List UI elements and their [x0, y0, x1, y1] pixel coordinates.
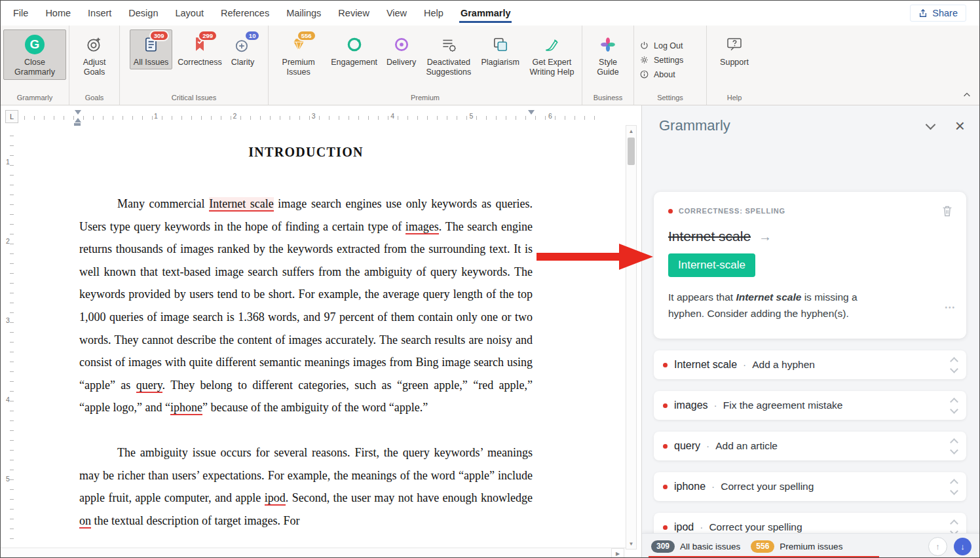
- info-icon: [639, 69, 649, 79]
- suggestion-card: CORRECTNESS: SPELLING Internet scale Int…: [654, 192, 966, 339]
- suggestion-row[interactable]: Internet scale Add a hyphen: [654, 350, 966, 379]
- error-dot: [663, 485, 668, 489]
- next-issue-button[interactable]: [954, 538, 971, 555]
- panel-dropdown-icon[interactable]: [924, 119, 938, 133]
- suggestion-word: iphone: [674, 481, 706, 493]
- share-button[interactable]: Share: [910, 5, 966, 22]
- vertical-ruler[interactable]: 12345: [1, 129, 22, 548]
- expand-icon[interactable]: [951, 480, 957, 494]
- flagged-word[interactable]: ipod: [265, 491, 286, 506]
- support-button[interactable]: Support: [716, 29, 753, 69]
- settings-button[interactable]: Settings: [639, 55, 701, 65]
- menu-tab-file[interactable]: File: [5, 1, 37, 25]
- flagged-word[interactable]: query: [136, 379, 162, 393]
- button-label: Premium Issues: [275, 58, 322, 78]
- menu-tab-mailings[interactable]: Mailings: [278, 1, 330, 25]
- suggestion-action: Fix the agreement mistake: [708, 400, 843, 411]
- menu-tab-design[interactable]: Design: [120, 1, 166, 25]
- previous-issue-button[interactable]: [928, 537, 947, 556]
- more-options-icon[interactable]: [945, 304, 956, 311]
- document-page[interactable]: INTRODUCTION Many commercial Internet sc…: [79, 129, 533, 532]
- scrollbar-thumb[interactable]: [628, 138, 635, 165]
- flagged-word[interactable]: on: [79, 514, 91, 529]
- menu-tab-grammarly[interactable]: Grammarly: [452, 1, 519, 25]
- delivery-button[interactable]: Delivery: [383, 29, 420, 69]
- close-grammarly-button[interactable]: Close Grammarly: [3, 29, 66, 80]
- first-line-indent-marker[interactable]: [75, 110, 81, 115]
- expand-icon[interactable]: [951, 439, 957, 453]
- correctness-button[interactable]: 299 Correctness: [174, 29, 225, 69]
- right-indent-marker[interactable]: [528, 110, 535, 115]
- hanging-indent-marker[interactable]: [75, 118, 81, 122]
- menu-tab-layout[interactable]: Layout: [166, 1, 212, 25]
- flagged-word[interactable]: Internet scale: [209, 197, 274, 212]
- document-heading: INTRODUCTION: [79, 145, 533, 160]
- horizontal-scrollbar[interactable]: ▶: [1, 548, 626, 558]
- collapse-ribbon-icon[interactable]: [961, 89, 973, 101]
- ribbon: Close Grammarly Grammarly Adjust Goals G…: [1, 26, 979, 105]
- premium-issues-button[interactable]: 556 Premium Issues: [271, 29, 326, 80]
- text-run: . Second, the user may not have enough k…: [286, 491, 533, 504]
- group-label: Premium: [404, 92, 446, 105]
- vertical-scrollbar[interactable]: ▲ ▼: [626, 125, 637, 549]
- explanation-text: It appears that: [668, 291, 736, 303]
- group-label: Business: [587, 92, 630, 105]
- scroll-right-icon[interactable]: ▶: [611, 548, 624, 558]
- logout-button[interactable]: Log Out: [639, 41, 701, 50]
- suggestion-row[interactable]: query Add an article: [654, 432, 966, 460]
- menu-tab-help[interactable]: Help: [415, 1, 452, 25]
- menu-tab-view[interactable]: View: [378, 1, 415, 25]
- basic-issues-badge: 309: [651, 540, 675, 553]
- engagement-button[interactable]: Engagement: [327, 29, 381, 69]
- explanation-emphasis: Internet scale: [736, 291, 801, 303]
- scroll-down-icon[interactable]: ▼: [626, 538, 636, 549]
- menu-tab-review[interactable]: Review: [330, 1, 378, 25]
- button-label: Style Guide: [589, 58, 627, 78]
- scroll-up-icon[interactable]: ▲: [626, 126, 636, 136]
- support-chat-icon: [726, 33, 743, 56]
- style-guide-button[interactable]: Style Guide: [585, 29, 631, 80]
- left-indent-marker[interactable]: [74, 123, 81, 126]
- menu-tab-home[interactable]: Home: [37, 1, 79, 25]
- word-window: File Home Insert Design Layout Reference…: [0, 0, 980, 558]
- paragraph-1[interactable]: Many commercial Internet scale image sea…: [79, 193, 533, 419]
- issue-count-badge: 10: [244, 30, 261, 41]
- panel-close-icon[interactable]: [955, 117, 965, 134]
- text-run: Many commercial: [117, 197, 209, 210]
- suggestion-row[interactable]: iphone Correct your spelling: [654, 472, 966, 501]
- ruler-number: 1: [154, 112, 158, 120]
- about-button[interactable]: About: [639, 69, 701, 79]
- menu-tab-insert[interactable]: Insert: [79, 1, 120, 25]
- all-issues-button[interactable]: 309 All Issues: [130, 29, 173, 69]
- expand-icon[interactable]: [951, 521, 957, 534]
- accept-suggestion-button[interactable]: Internet-scale: [668, 253, 755, 277]
- flagged-word[interactable]: iphone: [170, 401, 202, 415]
- menu-tab-references[interactable]: References: [212, 1, 278, 25]
- expand-icon[interactable]: [951, 399, 957, 413]
- paragraph-2[interactable]: The ambiguity issue occurs for several r…: [79, 441, 533, 532]
- flagged-word[interactable]: images: [405, 220, 439, 234]
- suggestion-row[interactable]: images Fix the agreement mistake: [654, 391, 966, 420]
- group-label: Critical Issues: [165, 92, 223, 105]
- ruler-ticks: [10, 136, 14, 542]
- document-area: 123456 12345 INTRODUCTION Many commercia…: [1, 105, 641, 558]
- panel-footer: 309 All basic issues 556 Premium issues: [642, 533, 980, 558]
- error-dot: [663, 444, 668, 449]
- gear-icon: [639, 55, 649, 65]
- ruler-number: 3: [312, 112, 316, 120]
- expand-icon[interactable]: [951, 358, 957, 372]
- tab-stop-selector[interactable]: [5, 110, 18, 123]
- suggestion-word: ipod: [674, 521, 694, 533]
- trash-icon[interactable]: [940, 204, 954, 218]
- clarity-button[interactable]: 10 Clarity: [227, 29, 258, 69]
- error-dot: [663, 363, 668, 367]
- group-label: Goals: [79, 92, 111, 105]
- adjust-goals-button[interactable]: Adjust Goals: [72, 29, 117, 80]
- premium-issues-label[interactable]: Premium issues: [780, 542, 842, 551]
- horizontal-ruler[interactable]: 123456: [1, 105, 641, 129]
- deactivated-suggestions-button[interactable]: Deactivated Suggestions: [421, 29, 476, 80]
- plagiarism-button[interactable]: Plagiarism: [477, 29, 523, 69]
- basic-issues-label[interactable]: All basic issues: [680, 542, 740, 551]
- get-expert-writing-help-button[interactable]: Get Expert Writing Help: [525, 29, 579, 80]
- correctness-ribbon-icon: 299: [191, 33, 208, 56]
